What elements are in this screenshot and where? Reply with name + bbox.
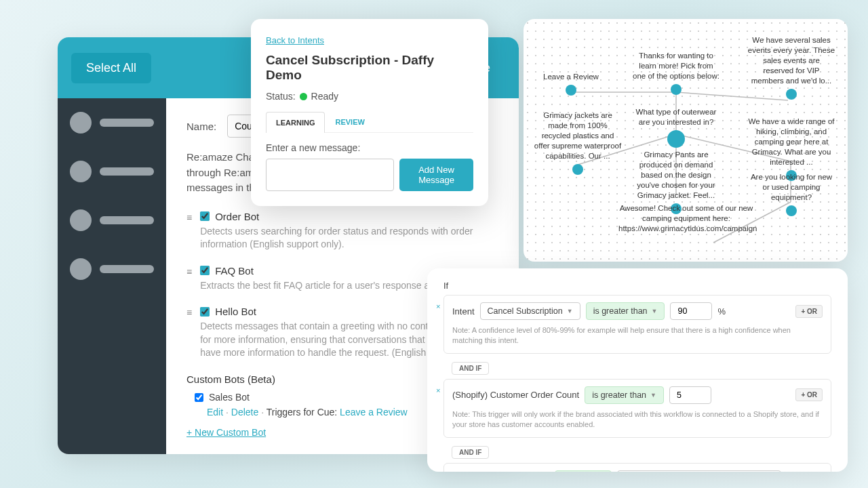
if-label: If (443, 281, 831, 291)
condition-block: × Intent Cancel Subscription▼ is greater… (443, 295, 831, 354)
flow-node[interactable]: Awesome! Check out some of our new campi… (618, 203, 754, 234)
operator-select[interactable]: is greater than▼ (586, 302, 665, 320)
flow-node[interactable]: Are you looking for new or used camping … (747, 172, 835, 219)
bot-checkbox[interactable] (200, 307, 210, 317)
close-icon[interactable]: × (436, 470, 440, 472)
modal-title: Cancel Subscription - Daffy Demo (266, 53, 473, 83)
value-input[interactable] (670, 302, 712, 320)
status-dot-icon (300, 93, 307, 100)
flow-node[interactable]: Leave a Review (527, 72, 615, 98)
sales-bot-checkbox[interactable] (195, 393, 203, 402)
operator-select[interactable]: contains▼ (555, 470, 611, 472)
and-if-badge: AND IF (452, 362, 489, 375)
add-new-message-button[interactable]: Add New Message (399, 159, 473, 191)
field-label: Intent (452, 306, 475, 317)
add-or-button[interactable]: + OR (795, 305, 823, 318)
and-if-badge: AND IF (452, 446, 489, 459)
sidebar-item[interactable] (58, 245, 166, 293)
intent-select[interactable]: Cancel Subscription▼ (480, 302, 580, 320)
message-label: Enter a new message: (266, 142, 473, 153)
flow-node[interactable]: What type of outerwear are you intereste… (632, 107, 720, 150)
tab-review[interactable]: REVIEW (325, 111, 374, 132)
flow-node[interactable]: We have several sales events every year.… (747, 35, 835, 102)
bot-checkbox[interactable] (200, 211, 210, 221)
bot-desc: Detects users searching for order status… (200, 225, 498, 251)
bot-checkbox[interactable] (200, 266, 210, 275)
delete-link[interactable]: Delete (231, 407, 258, 418)
intent-modal: Back to Intents Cancel Subscription - Da… (251, 19, 488, 206)
edit-link[interactable]: Edit (207, 407, 223, 418)
close-icon[interactable]: × (436, 386, 440, 394)
sidebar-item[interactable] (58, 196, 166, 245)
drag-handle-icon[interactable]: ≡ (186, 307, 192, 360)
note-text: Note: A confidence level of 80%-99% for … (452, 325, 823, 346)
add-or-button[interactable]: + OR (795, 388, 823, 401)
status-value: Ready (311, 91, 338, 102)
drag-handle-icon[interactable]: ≡ (186, 266, 192, 293)
condition-block: × Customer Email Address contains▼ + OR (443, 463, 831, 472)
back-to-intents-link[interactable]: Back to Intents (266, 35, 324, 45)
name-label: Name: (186, 121, 216, 132)
new-message-input[interactable] (266, 159, 394, 191)
condition-block: × (Shopify) Customer Order Count is grea… (443, 379, 831, 438)
drag-handle-icon[interactable]: ≡ (186, 212, 192, 251)
operator-select[interactable]: is greater than▼ (585, 386, 664, 404)
status-label: Status: (266, 91, 296, 102)
rules-panel: If × Intent Cancel Subscription▼ is grea… (427, 268, 848, 472)
flow-node[interactable]: Grimacy jackets are made from 100% recyc… (534, 110, 622, 178)
note-text: Note: This trigger will only work if the… (452, 409, 823, 430)
tab-learning[interactable]: LEARNING (266, 112, 325, 133)
select-all-button[interactable]: Select All (71, 53, 151, 83)
flowchart-panel: Leave a Review Thanks for wanting to lea… (524, 19, 848, 262)
bot-title: FAQ Bot (215, 265, 254, 277)
close-icon[interactable]: × (436, 302, 440, 310)
field-label: (Shopify) Customer Order Count (452, 390, 579, 400)
percent-label: % (717, 306, 726, 317)
triggers-prefix: Triggers for Cue: (267, 407, 338, 418)
bot-title: Order Bot (215, 211, 259, 222)
value-input[interactable] (617, 470, 781, 472)
trigger-link[interactable]: Leave a Review (340, 407, 408, 418)
sidebar-item[interactable] (58, 98, 166, 147)
flow-node[interactable]: Thanks for wanting to learn more! Pick f… (632, 51, 720, 98)
sidebar-item[interactable] (58, 147, 166, 196)
sidebar (58, 98, 166, 454)
bot-title: Hello Bot (215, 306, 256, 317)
sales-bot-label: Sales Bot (209, 392, 250, 403)
value-input[interactable] (669, 386, 711, 404)
